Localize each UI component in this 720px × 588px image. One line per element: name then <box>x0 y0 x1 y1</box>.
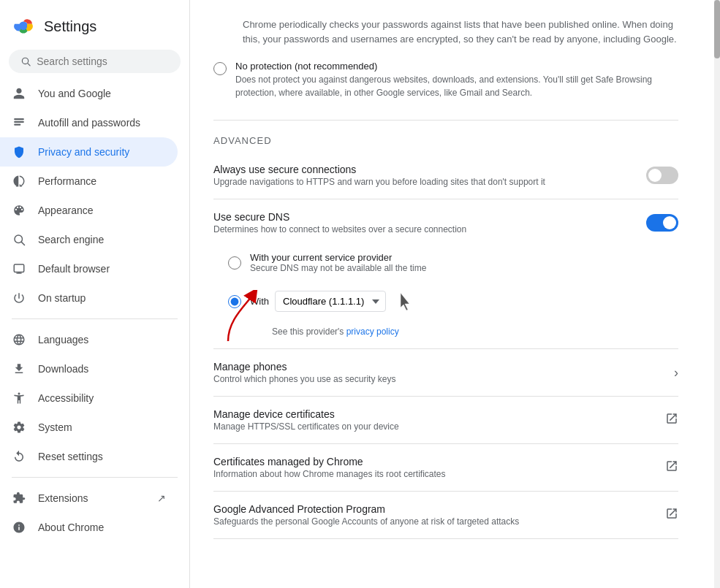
sidebar-item-label: Downloads <box>38 363 88 375</box>
manage-phones-title: Manage phones <box>213 361 395 373</box>
scrollbar-thumb[interactable] <box>714 0 720 58</box>
sidebar-item-label: Search engine <box>38 234 104 245</box>
sidebar-item-downloads[interactable]: Downloads <box>0 354 178 383</box>
sidebar-item-on-startup[interactable]: On startup <box>0 283 178 313</box>
sidebar-item-label: About Chrome <box>38 522 104 533</box>
certs-chrome-row[interactable]: Certificates managed by Chrome Informati… <box>213 444 678 492</box>
extensions-icon <box>12 491 26 505</box>
manage-certs-desc: Manage HTTPS/SSL certificates on your de… <box>213 421 399 432</box>
dns-sub-options: With your current service provider Secur… <box>213 240 678 337</box>
sidebar-item-autofill[interactable]: Autofill and passwords <box>0 108 178 137</box>
svg-rect-10 <box>14 264 24 272</box>
shield-icon <box>12 145 26 159</box>
sidebar-item-label: System <box>38 421 72 433</box>
manage-phones-row[interactable]: Manage phones Control which phones you u… <box>213 349 678 397</box>
sidebar-item-privacy[interactable]: Privacy and security <box>0 137 178 167</box>
sidebar-item-extensions[interactable]: Extensions ↗ <box>0 484 178 513</box>
sidebar-item-label: Languages <box>38 334 88 345</box>
manage-certs-title: Manage device certificates <box>213 408 399 420</box>
sidebar-item-label: Performance <box>38 175 96 187</box>
chevron-right-icon: › <box>674 365 678 381</box>
dns-option-current: With your current service provider Secur… <box>228 246 678 279</box>
appearance-icon <box>12 203 26 218</box>
sidebar-item-label: Privacy and security <box>38 146 129 158</box>
no-protection-option: No protection (not recommended) Does not… <box>213 52 678 108</box>
chrome-logo-icon <box>12 15 35 38</box>
autofill-icon <box>12 115 26 130</box>
no-protection-title: No protection (not recommended) <box>235 61 678 72</box>
sidebar-item-label: Accessibility <box>38 392 94 404</box>
sidebar-item-performance[interactable]: Performance <box>0 167 178 196</box>
cursor-icon <box>398 293 412 310</box>
secure-dns-toggle[interactable] <box>646 214 678 232</box>
always-https-title: Always use secure connections <box>213 164 545 175</box>
no-protection-radio[interactable] <box>213 62 227 75</box>
sidebar-item-system[interactable]: System <box>0 413 178 442</box>
sidebar-item-languages[interactable]: Languages <box>0 325 178 354</box>
sidebar: Settings You and Google Autofill and pas… <box>0 0 190 588</box>
sidebar-item-label: On startup <box>38 292 86 304</box>
sidebar-item-label: Default browser <box>38 263 110 275</box>
dns-with-radio[interactable] <box>228 295 241 308</box>
external-link-icon: ↗ <box>157 492 166 504</box>
secure-dns-title: Use secure DNS <box>213 211 466 223</box>
reset-icon <box>12 449 26 464</box>
sidebar-item-search-engine[interactable]: Search engine <box>0 225 178 254</box>
person-icon <box>12 86 26 101</box>
search-bar[interactable] <box>9 50 181 73</box>
sidebar-item-about[interactable]: About Chrome <box>0 513 178 542</box>
scrollbar-track[interactable] <box>714 0 720 588</box>
sidebar-item-appearance[interactable]: Appearance <box>0 196 178 225</box>
nav-divider-2 <box>12 477 178 478</box>
svg-rect-5 <box>14 118 24 120</box>
dns-current-radio[interactable] <box>228 256 241 270</box>
advanced-label: Advanced <box>213 121 678 152</box>
svg-line-9 <box>21 242 24 245</box>
startup-icon <box>12 291 26 305</box>
always-https-desc: Upgrade navigations to HTTPS and warn yo… <box>213 177 545 187</box>
default-browser-icon <box>12 261 26 276</box>
gap-desc: Safeguards the personal Google Accounts … <box>213 516 519 527</box>
accessibility-icon <box>12 391 26 405</box>
manage-phones-desc: Control which phones you use as security… <box>213 374 395 384</box>
sidebar-item-reset[interactable]: Reset settings <box>0 442 178 471</box>
gap-title: Google Advanced Protection Program <box>213 503 519 515</box>
privacy-policy-row: See this provider's privacy policy <box>272 327 678 337</box>
secure-dns-row: Use secure DNS Determines how to connect… <box>213 199 678 240</box>
always-https-slider <box>646 167 678 184</box>
svg-point-2 <box>20 23 27 30</box>
search-icon <box>20 56 31 67</box>
advanced-section: Advanced Always use secure connections U… <box>213 121 678 539</box>
performance-icon <box>12 174 26 188</box>
external-link-icon <box>665 412 678 429</box>
partial-top-section: Chrome periodically checks your password… <box>213 0 678 121</box>
sidebar-item-label: Extensions <box>38 492 88 504</box>
sidebar-item-label: Appearance <box>38 205 94 216</box>
with-provider-row: With Cloudflare (1.1.1.1) Google (8.8.8.… <box>250 285 412 318</box>
nav-divider <box>12 318 178 319</box>
manage-certs-row[interactable]: Manage device certificates Manage HTTPS/… <box>213 397 678 444</box>
sidebar-item-label: Autofill and passwords <box>38 117 140 129</box>
languages-icon <box>12 332 26 347</box>
secure-dns-slider <box>646 214 678 232</box>
sidebar-item-default-browser[interactable]: Default browser <box>0 254 178 283</box>
svg-rect-7 <box>14 124 20 126</box>
privacy-policy-link[interactable]: privacy policy <box>346 327 399 337</box>
dns-option-with: With Cloudflare (1.1.1.1) Google (8.8.8.… <box>228 279 678 324</box>
gap-row[interactable]: Google Advanced Protection Program Safeg… <box>213 492 678 539</box>
sidebar-item-you-and-google[interactable]: You and Google <box>0 79 178 108</box>
secure-dns-section: Use secure DNS Determines how to connect… <box>213 199 678 349</box>
dns-option1-desc: Secure DNS may not be available all the … <box>250 263 426 273</box>
always-https-row: Always use secure connections Upgrade na… <box>213 152 678 199</box>
sidebar-item-accessibility[interactable]: Accessibility <box>0 383 178 413</box>
external-link-icon-2 <box>665 459 678 476</box>
certs-chrome-title: Certificates managed by Chrome <box>213 456 445 467</box>
about-icon <box>12 520 26 535</box>
svg-rect-6 <box>14 121 24 123</box>
search-input[interactable] <box>37 56 169 67</box>
dns-option1-title: With your current service provider <box>250 252 426 263</box>
sidebar-item-label: You and Google <box>38 88 111 99</box>
always-https-toggle[interactable] <box>646 167 678 184</box>
provider-select[interactable]: Cloudflare (1.1.1.1) Google (8.8.8.8) Op… <box>275 291 386 312</box>
with-label: With <box>250 296 269 307</box>
